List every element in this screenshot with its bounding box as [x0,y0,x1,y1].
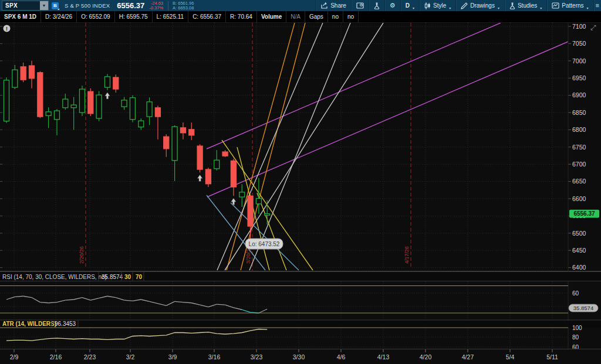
candlestick-icon [424,2,431,9]
gap-left-value[interactable]: no [328,11,343,22]
time-axis-label: 3/30 [293,353,305,360]
candle-body [79,89,85,113]
rsi-oversold-param: 30 [124,274,131,280]
gear-icon: ⚙ [390,2,396,9]
style-button[interactable]: Style [419,0,455,11]
exchange-b-badge[interactable]: B [52,2,59,9]
price-axis-label: 7050 [572,40,586,47]
time-axis-label: 3/23 [251,353,263,360]
low-tooltip: Lo: 6473.52 [245,239,283,249]
studies-label: Studies [518,2,537,9]
rsi-study-label: RSI (14, 70, 30, CLOSE, WILDERS, no) [2,274,107,280]
candle-body [130,98,135,120]
candle-body [189,130,194,135]
symbol-value: SPX [2,1,40,10]
alerts-button[interactable] [351,0,369,11]
candle-body [21,67,26,80]
style-label: Style [433,2,446,9]
drawings-button[interactable]: Drawings [455,0,504,11]
info-low: L: 6525.11 [153,11,189,22]
price-axis-label: 6450 [572,247,586,254]
chevron-down-icon[interactable]: ▼ [40,1,48,10]
price-axis-label: 6500 [572,230,586,237]
atr-study-label: ATR (14, WILDERS) [2,321,56,327]
candle-body [197,146,202,169]
last-price-badge: 6556.37 [569,210,599,218]
candle-body [54,111,59,120]
candle-body [104,77,110,87]
time-axis-label: 4/6 [337,353,346,360]
settings-button[interactable]: ⚙ [384,0,400,11]
time-axis-label: 4/27 [462,353,474,360]
candle-body [231,161,236,187]
candle-body [164,137,169,149]
ask-value: A: 6653.08 [173,6,194,11]
share-label: Share [330,2,346,9]
candle-body [71,105,76,108]
chart-canvas[interactable]: 2/20/263/20/264/17/266400645065006550660… [0,23,601,364]
candle-body [139,121,144,127]
info-icon[interactable]: ! [4,25,11,32]
time-axis-label: 5/4 [506,353,515,360]
atr-axis-label: 80 [572,334,579,341]
price-axis-label: 6950 [572,74,586,81]
candle-body [113,77,119,89]
news-clock-icon [356,2,364,9]
candle-body [46,112,51,115]
candle-body [4,80,9,121]
flask-icon [509,2,515,9]
info-open: O: 6552.09 [77,11,114,22]
gap-right-value[interactable]: no [343,11,359,22]
price-axis-label: 6600 [572,195,586,202]
drawings-label: Drawings [470,2,495,9]
price-change: -24.63 -0.37% [149,1,163,11]
price-axis-label: 6650 [572,178,586,185]
candle-body [172,127,177,161]
candle-body [180,128,185,133]
rsi-header: RSI (14, 70, 30, CLOSE, WILDERS, no)35.8… [0,272,601,281]
symbol-period: SPX 6 M 1D [0,11,41,22]
info-high: H: 6595.75 [115,11,153,22]
time-axis-label: 3/2 [126,353,135,360]
candle-body [256,198,261,203]
studies-button[interactable]: Studies [504,0,546,11]
pattern-chart-icon [552,2,559,9]
last-price-badge-text: 6556.37 [573,210,595,217]
share-icon [321,2,328,9]
rsi-axis-label: 60 [572,290,579,297]
patterns-label: Patterns [562,2,583,9]
candle-body [12,70,18,87]
share-button[interactable]: Share [316,0,351,11]
patterns-button[interactable]: Patterns [546,0,593,11]
candle-body [239,192,245,197]
candle-body [121,100,127,107]
info-date: D: 3/24/26 [41,11,77,22]
timeframe-button[interactable]: D [400,0,419,11]
expand-icon[interactable]: ⤢ [590,23,596,32]
analysis-button[interactable] [369,0,384,11]
price-axis-label: 6750 [572,144,586,151]
candle-body [222,152,228,156]
rsi-badge-text: 35.8574 [573,305,593,311]
candle-body [155,108,160,117]
time-axis-label: 5/11 [546,353,558,360]
svg-text:!: ! [6,26,8,32]
time-axis-label: 3/9 [168,353,177,360]
chevron-down-icon [540,6,542,10]
volume-label[interactable]: Volume [257,11,286,22]
more-menu-button[interactable]: ≡ [593,0,601,11]
time-axis-label: 4/13 [377,353,390,360]
change-percent: -0.37% [149,6,163,11]
svg-text:⤢: ⤢ [590,23,596,32]
atr-value: 96.3453 [55,321,76,327]
pencil-icon [461,2,468,9]
gaps-label[interactable]: Gaps [305,11,328,22]
candle-body [265,214,270,216]
candle-body [248,196,253,226]
menu-icon: ≡ [596,2,599,9]
volume-value: N/A [286,11,305,22]
toolbar-actions: Share ⚙ D Style Drawings Studies [316,0,601,11]
time-axis-label: 2/9 [10,353,19,360]
time-axis-label: 2/16 [50,353,62,360]
symbol-input[interactable]: SPX ▼ [2,1,49,11]
